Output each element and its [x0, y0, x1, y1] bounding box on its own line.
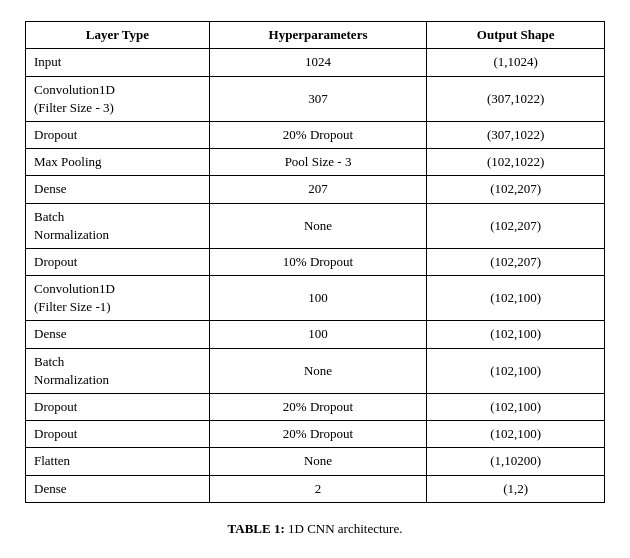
table-row: Dense100(102,100)	[26, 321, 605, 348]
cell-layer-13: Dense	[26, 475, 210, 502]
cell-hyperparams-1: 307	[209, 76, 427, 121]
cell-layer-4: Dense	[26, 176, 210, 203]
cell-hyperparams-7: 100	[209, 276, 427, 321]
cell-layer-2: Dropout	[26, 121, 210, 148]
cell-hyperparams-11: 20% Dropout	[209, 421, 427, 448]
cell-layer-7: Convolution1D(Filter Size -1)	[26, 276, 210, 321]
caption-label: TABLE 1:	[228, 521, 285, 536]
table-row: Dropout20% Dropout(307,1022)	[26, 121, 605, 148]
caption-text: 1D CNN architecture.	[285, 521, 403, 536]
table-row: Input1024(1,1024)	[26, 49, 605, 76]
col-header-layer: Layer Type	[26, 22, 210, 49]
table-row: FlattenNone(1,10200)	[26, 448, 605, 475]
cell-hyperparams-0: 1024	[209, 49, 427, 76]
cell-output-0: (1,1024)	[427, 49, 605, 76]
cell-hyperparams-12: None	[209, 448, 427, 475]
cell-hyperparams-3: Pool Size - 3	[209, 149, 427, 176]
col-header-hyperparams: Hyperparameters	[209, 22, 427, 49]
table-row: Dropout20% Dropout(102,100)	[26, 394, 605, 421]
cell-layer-9: BatchNormalization	[26, 348, 210, 393]
cell-layer-10: Dropout	[26, 394, 210, 421]
table-row: Dense207(102,207)	[26, 176, 605, 203]
table-row: Convolution1D(Filter Size - 3)307(307,10…	[26, 76, 605, 121]
cell-output-1: (307,1022)	[427, 76, 605, 121]
table-row: Convolution1D(Filter Size -1)100(102,100…	[26, 276, 605, 321]
cell-hyperparams-2: 20% Dropout	[209, 121, 427, 148]
cell-output-3: (102,1022)	[427, 149, 605, 176]
cell-output-13: (1,2)	[427, 475, 605, 502]
cell-hyperparams-9: None	[209, 348, 427, 393]
cell-layer-0: Input	[26, 49, 210, 76]
cell-layer-6: Dropout	[26, 248, 210, 275]
table-row: Dropout20% Dropout(102,100)	[26, 421, 605, 448]
page-container: Layer Type Hyperparameters Output Shape …	[20, 21, 610, 537]
cell-layer-3: Max Pooling	[26, 149, 210, 176]
cell-hyperparams-6: 10% Dropout	[209, 248, 427, 275]
cell-output-8: (102,100)	[427, 321, 605, 348]
cell-output-10: (102,100)	[427, 394, 605, 421]
table-row: BatchNormalizationNone(102,207)	[26, 203, 605, 248]
cell-hyperparams-5: None	[209, 203, 427, 248]
table-row: Dense2(1,2)	[26, 475, 605, 502]
table-row: BatchNormalizationNone(102,100)	[26, 348, 605, 393]
cell-output-2: (307,1022)	[427, 121, 605, 148]
table-caption: TABLE 1: 1D CNN architecture.	[228, 521, 403, 537]
table-row: Dropout10% Dropout(102,207)	[26, 248, 605, 275]
cell-hyperparams-8: 100	[209, 321, 427, 348]
table-header-row: Layer Type Hyperparameters Output Shape	[26, 22, 605, 49]
cell-output-9: (102,100)	[427, 348, 605, 393]
cell-layer-5: BatchNormalization	[26, 203, 210, 248]
cell-hyperparams-13: 2	[209, 475, 427, 502]
cell-layer-12: Flatten	[26, 448, 210, 475]
architecture-table: Layer Type Hyperparameters Output Shape …	[25, 21, 605, 503]
cell-output-5: (102,207)	[427, 203, 605, 248]
cell-layer-11: Dropout	[26, 421, 210, 448]
cell-output-11: (102,100)	[427, 421, 605, 448]
table-row: Max PoolingPool Size - 3(102,1022)	[26, 149, 605, 176]
col-header-output: Output Shape	[427, 22, 605, 49]
cell-hyperparams-10: 20% Dropout	[209, 394, 427, 421]
cell-layer-8: Dense	[26, 321, 210, 348]
cell-hyperparams-4: 207	[209, 176, 427, 203]
cell-output-6: (102,207)	[427, 248, 605, 275]
cell-layer-1: Convolution1D(Filter Size - 3)	[26, 76, 210, 121]
cell-output-12: (1,10200)	[427, 448, 605, 475]
cell-output-7: (102,100)	[427, 276, 605, 321]
cell-output-4: (102,207)	[427, 176, 605, 203]
